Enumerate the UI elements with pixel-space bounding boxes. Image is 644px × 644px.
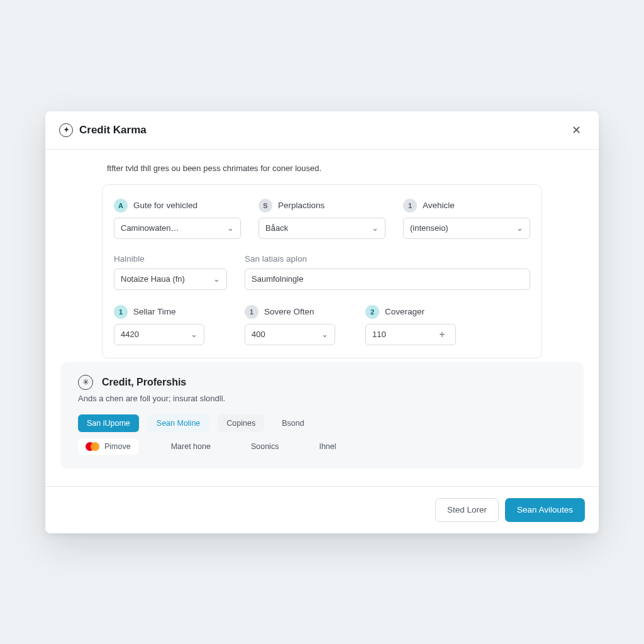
chevron-down-icon: ⌄: [516, 223, 523, 233]
chevron-down-icon: ⌄: [372, 223, 379, 233]
badge-percep: S: [258, 199, 272, 213]
input-san-aplon-value: Saumfolningle: [252, 274, 303, 284]
provider-pimove[interactable]: Pimove: [78, 438, 138, 455]
field-san-aplon: San latiais aplon Saumfolningle: [245, 254, 530, 290]
modal-body: ftfter tvld thll gres ou been pess chrim…: [45, 150, 599, 358]
select-percep-value: Båack: [265, 223, 288, 233]
chip-bsond[interactable]: Bsond: [273, 414, 313, 432]
provider-ihnel[interactable]: Ihnel: [311, 438, 343, 455]
chip-copines[interactable]: Copines: [218, 414, 264, 432]
label-san-aplon: San latiais aplon: [245, 254, 530, 264]
label-sellar: Sellar Time: [133, 307, 176, 316]
close-icon: ✕: [572, 123, 581, 137]
chevron-down-icon: ⌄: [213, 274, 220, 284]
label-vehicle: Avehicle: [423, 201, 455, 210]
modal-header: ✦ Credit Karma ✕: [45, 111, 599, 150]
promo-title: Credit, Profershis: [102, 377, 186, 388]
label-percep: Perplactions: [278, 201, 325, 210]
select-halnible-value: Notaize Haua (fn): [121, 274, 185, 284]
promo-subtitle: Ands a chen are foll your; insurat slond…: [78, 394, 566, 403]
brand-logo-icon: ✦: [59, 123, 73, 137]
select-sellar[interactable]: 4420 ⌄: [114, 324, 204, 345]
modal-footer: Sted Lorer Sean Aviloutes: [45, 486, 599, 533]
field-guide: A Gute for vehicled Caminowaten… ⌄: [114, 199, 241, 239]
select-halnible[interactable]: Notaize Haua (fn) ⌄: [114, 269, 227, 290]
field-vehicle: 1 Avehicle (intenseio) ⌄: [403, 199, 530, 239]
chip-primary[interactable]: San iUpome: [78, 414, 139, 432]
field-sovere: 1 Sovere Often 400 ⌄: [245, 305, 335, 345]
select-sovere[interactable]: 400 ⌄: [245, 324, 335, 345]
provider-marethone[interactable]: Maret hone: [164, 438, 218, 455]
promo-card: ✳ Credit, Profershis Ands a chen are fol…: [60, 362, 584, 469]
mastercard-icon: [86, 442, 99, 451]
field-halnible: Halnible Notaize Haua (fn) ⌄: [114, 254, 227, 290]
brand: ✦ Credit Karma: [59, 123, 147, 137]
provider-soonics[interactable]: Soonics: [243, 438, 286, 455]
select-vehicle-value: (intenseio): [410, 223, 448, 233]
badge-sellar: 1: [114, 305, 128, 319]
label-guide: Gute for vehicled: [133, 201, 197, 210]
select-sellar-value: 4420: [121, 330, 139, 339]
field-coverage: 2 Coverager 110 +: [365, 305, 456, 345]
modal: ✦ Credit Karma ✕ ftfter tvld thll gres o…: [45, 111, 599, 533]
form-row-1: A Gute for vehicled Caminowaten… ⌄ S Per…: [114, 199, 530, 239]
field-percep: S Perplactions Båack ⌄: [258, 199, 386, 239]
stepper-coverage[interactable]: 110 +: [365, 324, 456, 345]
chevron-down-icon: ⌄: [191, 330, 197, 339]
plus-icon[interactable]: +: [435, 328, 449, 341]
form-card: A Gute for vehicled Caminowaten… ⌄ S Per…: [102, 184, 542, 358]
provider-row: Pimove Maret hone Soonics Ihnel: [78, 438, 566, 455]
select-sovere-value: 400: [252, 330, 265, 339]
stepper-coverage-value: 110: [372, 330, 386, 339]
form-row-2: Halnible Notaize Haua (fn) ⌄ San latiais…: [114, 254, 530, 290]
promo-logo-icon: ✳: [78, 375, 93, 390]
primary-button[interactable]: Sean Aviloutes: [505, 498, 585, 522]
badge-coverage: 2: [365, 305, 379, 319]
input-san-aplon[interactable]: Saumfolningle: [245, 269, 530, 290]
badge-sovere: 1: [245, 305, 258, 319]
chevron-down-icon: ⌄: [227, 223, 234, 233]
intro-text: ftfter tvld thll gres ou been pess chrim…: [107, 164, 542, 173]
brand-name: Credit Karma: [79, 124, 147, 136]
select-percep[interactable]: Båack ⌄: [258, 218, 386, 239]
close-button[interactable]: ✕: [567, 121, 585, 139]
select-guide-value: Caminowaten…: [121, 223, 179, 233]
promo-chip-row: San iUpome Sean Moline Copines Bsond: [78, 414, 566, 432]
provider-pimove-label: Pimove: [104, 442, 131, 451]
field-sellar: 1 Sellar Time 4420 ⌄: [114, 305, 204, 345]
label-coverage: Coverager: [385, 307, 425, 316]
secondary-button[interactable]: Sted Lorer: [435, 498, 499, 522]
label-halnible: Halnible: [114, 254, 227, 264]
form-row-3: 1 Sellar Time 4420 ⌄ 1 Sovere Often 400: [114, 305, 530, 345]
chevron-down-icon: ⌄: [321, 330, 328, 339]
label-sovere: Sovere Often: [264, 307, 314, 316]
select-vehicle[interactable]: (intenseio) ⌄: [403, 218, 530, 239]
badge-guide: A: [114, 199, 128, 213]
select-guide[interactable]: Caminowaten… ⌄: [114, 218, 241, 239]
chip-link[interactable]: Sean Moline: [148, 414, 209, 432]
badge-vehicle: 1: [403, 199, 417, 213]
